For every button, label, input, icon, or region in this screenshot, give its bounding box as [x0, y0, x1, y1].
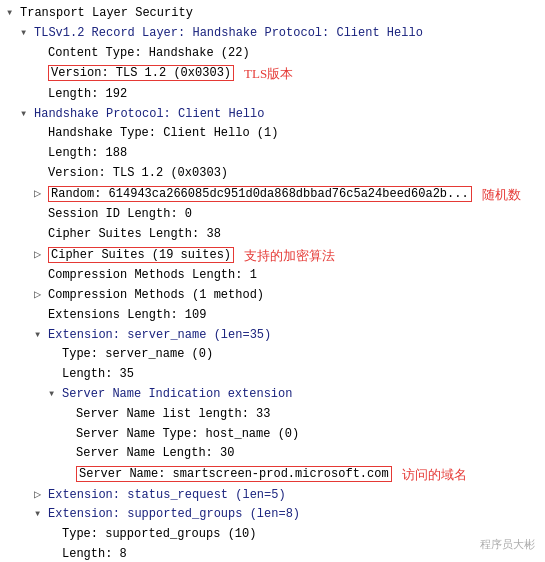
tree-row-tlsv12-record[interactable]: ▾TLSv1.2 Record Layer: Handshake Protoco…: [6, 24, 539, 44]
tree-row-root[interactable]: ▾Transport Layer Security: [6, 4, 539, 24]
label-tlsv12-record: TLSv1.2 Record Layer: Handshake Protocol…: [34, 24, 423, 44]
tree-row-ext-server-name[interactable]: ▾Extension: server_name (len=35): [6, 326, 539, 346]
tree-row-sni-list-len: Server Name list length: 33: [6, 405, 539, 425]
label-sni-list-len: Server Name list length: 33: [76, 405, 270, 425]
label-groups-len: Length: 8: [62, 545, 127, 562]
tree-row-session-id: Session ID Length: 0: [6, 205, 539, 225]
label-root: Transport Layer Security: [20, 4, 193, 24]
tree-row-hs-length: Length: 188: [6, 144, 539, 164]
tree-row-ext-groups[interactable]: ▾Extension: supported_groups (len=8): [6, 505, 539, 525]
label-sni-ext: Server Name Indication extension: [62, 385, 292, 405]
tree-row-sni-name: Server Name: smartscreen-prod.microsoft.…: [6, 464, 539, 485]
label-groups-type: Type: supported_groups (10): [62, 525, 256, 545]
label-hs-length: Length: 188: [48, 144, 127, 164]
tree-row-ext-len: Length: 35: [6, 365, 539, 385]
tree-row-length: Length: 192: [6, 85, 539, 105]
tree-row-ext-status[interactable]: ▷Extension: status_request (len=5): [6, 486, 539, 506]
annotation-cipher-suites: 支持的加密算法: [244, 245, 335, 266]
toggle-compress-methods[interactable]: ▷: [34, 286, 48, 306]
tree-row-cipher-suites[interactable]: ▷Cipher Suites (19 suites)支持的加密算法: [6, 245, 539, 266]
toggle-cipher-suites[interactable]: ▷: [34, 246, 48, 266]
tree-row-content-type: Content Type: Handshake (22): [6, 44, 539, 64]
tree-row-random[interactable]: ▷Random: 614943ca266085dc951d0da868dbbad…: [6, 184, 539, 205]
label-content-type: Content Type: Handshake (22): [48, 44, 250, 64]
tree-row-ext-type: Type: server_name (0): [6, 345, 539, 365]
label-sni-name-len: Server Name Length: 30: [76, 444, 234, 464]
tree-container: ▾Transport Layer Security▾TLSv1.2 Record…: [0, 0, 545, 562]
label-handshake-proto: Handshake Protocol: Client Hello: [34, 105, 264, 125]
label-ext-server-name: Extension: server_name (len=35): [48, 326, 271, 346]
highlight-box-random: Random: 614943ca266085dc951d0da868dbbad7…: [48, 186, 472, 202]
tree-row-groups-len: Length: 8: [6, 545, 539, 562]
tree-row-hs-version: Version: TLS 1.2 (0x0303): [6, 164, 539, 184]
tree-row-groups-type: Type: supported_groups (10): [6, 525, 539, 545]
label-cipher-suites: Cipher Suites (19 suites): [48, 246, 234, 266]
label-hs-type: Handshake Type: Client Hello (1): [48, 124, 278, 144]
highlight-box-sni-name: Server Name: smartscreen-prod.microsoft.…: [76, 466, 392, 482]
label-sni-name: Server Name: smartscreen-prod.microsoft.…: [76, 465, 392, 485]
toggle-sni-ext[interactable]: ▾: [48, 385, 62, 405]
label-version: Version: TLS 1.2 (0x0303): [48, 64, 234, 84]
tree-row-sni-type: Server Name Type: host_name (0): [6, 425, 539, 445]
annotation-random: 随机数: [482, 184, 521, 205]
tree-row-handshake-proto[interactable]: ▾Handshake Protocol: Client Hello: [6, 105, 539, 125]
tree-row-sni-ext[interactable]: ▾Server Name Indication extension: [6, 385, 539, 405]
label-ext-length: Extensions Length: 109: [48, 306, 206, 326]
label-compress-methods: Compression Methods (1 method): [48, 286, 264, 306]
toggle-ext-status[interactable]: ▷: [34, 486, 48, 506]
label-sni-type: Server Name Type: host_name (0): [76, 425, 299, 445]
toggle-ext-groups[interactable]: ▾: [34, 505, 48, 525]
annotation-version: TLS版本: [244, 63, 293, 84]
watermark: 程序员大彬: [480, 537, 535, 552]
tree-row-compress-len: Compression Methods Length: 1: [6, 266, 539, 286]
highlight-box-cipher-suites: Cipher Suites (19 suites): [48, 247, 234, 263]
tree-row-ext-length: Extensions Length: 109: [6, 306, 539, 326]
tree-row-version: Version: TLS 1.2 (0x0303)TLS版本: [6, 63, 539, 84]
annotation-sni-name: 访问的域名: [402, 464, 467, 485]
tree-row-compress-methods[interactable]: ▷Compression Methods (1 method): [6, 286, 539, 306]
toggle-ext-server-name[interactable]: ▾: [34, 326, 48, 346]
highlight-box-version: Version: TLS 1.2 (0x0303): [48, 65, 234, 81]
toggle-tlsv12-record[interactable]: ▾: [20, 24, 34, 44]
label-hs-version: Version: TLS 1.2 (0x0303): [48, 164, 228, 184]
tree-row-sni-name-len: Server Name Length: 30: [6, 444, 539, 464]
label-random: Random: 614943ca266085dc951d0da868dbbad7…: [48, 185, 472, 205]
label-ext-groups: Extension: supported_groups (len=8): [48, 505, 300, 525]
tree-row-cipher-len: Cipher Suites Length: 38: [6, 225, 539, 245]
label-compress-len: Compression Methods Length: 1: [48, 266, 257, 286]
tree-row-hs-type: Handshake Type: Client Hello (1): [6, 124, 539, 144]
label-ext-len: Length: 35: [62, 365, 134, 385]
toggle-random[interactable]: ▷: [34, 185, 48, 205]
toggle-handshake-proto[interactable]: ▾: [20, 105, 34, 125]
label-ext-status: Extension: status_request (len=5): [48, 486, 286, 506]
toggle-root[interactable]: ▾: [6, 4, 20, 24]
label-length: Length: 192: [48, 85, 127, 105]
label-session-id: Session ID Length: 0: [48, 205, 192, 225]
label-ext-type: Type: server_name (0): [62, 345, 213, 365]
label-cipher-len: Cipher Suites Length: 38: [48, 225, 221, 245]
